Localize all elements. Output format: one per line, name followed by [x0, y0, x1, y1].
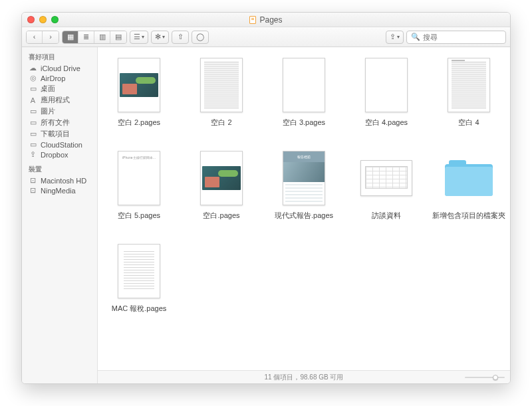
- file-thumbnail: [118, 58, 160, 112]
- chevron-down-icon: ▾: [397, 34, 400, 40]
- zoom-slider[interactable]: [465, 377, 505, 378]
- file-name: 空白 2: [211, 118, 231, 128]
- minimize-button[interactable]: [39, 16, 47, 23]
- file-name: 空白 3.pages: [283, 118, 325, 128]
- sidebar-item-label: 桌面: [41, 84, 55, 94]
- file-item[interactable]: 空白 4.pages: [345, 54, 428, 147]
- search-field[interactable]: 🔍: [406, 31, 506, 44]
- sidebar-item-桌面[interactable]: ▭桌面: [22, 83, 97, 94]
- arrange-menu[interactable]: ☰▾: [130, 31, 148, 44]
- zoom-button[interactable]: [51, 16, 59, 23]
- sidebar-item-ningmedia[interactable]: ⊡NingMedia: [22, 185, 97, 195]
- file-thumbnail: [365, 58, 408, 112]
- file-name: 現代式報告.pages: [275, 211, 333, 221]
- search-input[interactable]: [423, 33, 511, 41]
- dropbox-menu[interactable]: ⇪▾: [386, 31, 404, 44]
- finder-window: Pages ‹ › ▦ ≣ ▥ ▤ ☰▾ ✻▾ ⇧ ◯ ⇪▾: [21, 12, 511, 384]
- sidebar-item-icon: ◎: [29, 74, 37, 82]
- file-item[interactable]: 訪談資料: [345, 147, 428, 240]
- columns-icon: ▥: [99, 33, 106, 41]
- sidebar-item-icon: ⊡: [29, 186, 37, 195]
- file-thumbnail: [118, 244, 160, 298]
- file-item[interactable]: 空白 2.pages: [98, 54, 180, 147]
- folder-icon: [445, 160, 493, 196]
- sidebar-item-label: 所有文件: [41, 118, 70, 128]
- sidebar-item-icon: ▭: [29, 140, 37, 149]
- file-thumbnail: 報告標題: [283, 151, 325, 205]
- file-grid[interactable]: 空白 2.pages空白 2空白 3.pages空白 4.pages空白 4iP…: [98, 47, 510, 370]
- list-icon: ≣: [83, 33, 89, 41]
- sidebar-item-label: 下載項目: [41, 129, 70, 139]
- share-icon: ⇧: [178, 33, 184, 41]
- action-menu[interactable]: ✻▾: [151, 31, 169, 44]
- sidebar-item-label: 應用程式: [41, 95, 70, 105]
- sidebar-item-macintosh-hd[interactable]: ⊡Macintosh HD: [22, 175, 97, 185]
- file-thumbnail: iPhone主線行銷簡本…: [118, 151, 160, 205]
- sidebar-item-icon: ▭: [29, 130, 37, 138]
- coverflow-view-button[interactable]: ▤: [110, 31, 126, 43]
- sidebar: 喜好項目 ☁iCloud Drive◎AirDrop▭桌面A應用程式▭圖片▭所有…: [22, 47, 98, 383]
- chevron-right-icon: ›: [49, 33, 52, 41]
- icon-view-button[interactable]: ▦: [63, 31, 78, 43]
- sidebar-item-label: CloudStation: [41, 141, 82, 149]
- sidebar-item-icon: ▭: [29, 107, 37, 116]
- forward-button[interactable]: ›: [43, 31, 59, 43]
- window-title: Pages: [249, 15, 282, 25]
- file-thumbnail: [200, 58, 243, 112]
- file-name: 空白 4.pages: [365, 118, 408, 128]
- view-mode-selector: ▦ ≣ ▥ ▤: [62, 31, 127, 44]
- file-item[interactable]: 新增包含項目的檔案夾: [428, 147, 510, 240]
- gear-icon: ✻: [155, 33, 161, 41]
- file-item[interactable]: 空白 3.pages: [263, 54, 345, 147]
- sidebar-item-icon: ▭: [29, 118, 37, 127]
- sidebar-item-應用程式[interactable]: A應用程式: [22, 94, 97, 106]
- toolbar: ‹ › ▦ ≣ ▥ ▤ ☰▾ ✻▾ ⇧ ◯ ⇪▾ 🔍: [22, 27, 510, 47]
- pages-folder-icon: [249, 16, 256, 24]
- sidebar-item-所有文件[interactable]: ▭所有文件: [22, 117, 97, 128]
- list-view-button[interactable]: ≣: [78, 31, 94, 43]
- sidebar-item-icon: ▭: [29, 84, 37, 93]
- file-item[interactable]: 空白.pages: [180, 147, 263, 240]
- sidebar-item-label: iCloud Drive: [41, 64, 80, 72]
- file-name: 空白 5.pages: [118, 211, 160, 221]
- file-name: 空白 2.pages: [118, 118, 160, 128]
- file-item[interactable]: iPhone主線行銷簡本…空白 5.pages: [98, 147, 180, 240]
- sidebar-favorites-header: 喜好項目: [22, 51, 97, 63]
- file-item[interactable]: 空白 2: [180, 54, 263, 147]
- sidebar-item-圖片[interactable]: ▭圖片: [22, 106, 97, 117]
- file-name: 空白.pages: [203, 211, 239, 221]
- file-name: MAC 報稅.pages: [112, 304, 167, 314]
- sidebar-item-label: Dropbox: [41, 151, 68, 159]
- tags-button[interactable]: ◯: [192, 31, 209, 44]
- status-text: 11 個項目，98.68 GB 可用: [265, 373, 344, 382]
- file-item[interactable]: MAC 報稅.pages: [98, 240, 180, 333]
- sidebar-item-下載項目[interactable]: ▭下載項目: [22, 128, 97, 140]
- sidebar-item-icon: ☁: [29, 64, 37, 72]
- back-button[interactable]: ‹: [27, 31, 43, 43]
- close-button[interactable]: [27, 16, 35, 23]
- sidebar-item-icon: ⇪: [29, 150, 37, 159]
- sidebar-item-airdrop[interactable]: ◎AirDrop: [22, 73, 97, 83]
- zoom-knob[interactable]: [493, 375, 498, 380]
- file-item[interactable]: 空白 4: [428, 54, 510, 147]
- column-view-button[interactable]: ▥: [94, 31, 110, 43]
- file-thumbnail: [283, 58, 325, 112]
- sidebar-item-cloudstation[interactable]: ▭CloudStation: [22, 140, 97, 150]
- titlebar: Pages: [22, 13, 510, 27]
- file-name: 空白 4: [458, 118, 479, 128]
- sidebar-item-icon: A: [29, 96, 37, 104]
- share-button[interactable]: ⇧: [172, 31, 189, 44]
- file-name: 訪談資料: [372, 211, 401, 221]
- sidebar-item-icloud-drive[interactable]: ☁iCloud Drive: [22, 63, 97, 73]
- file-thumbnail: [200, 151, 243, 205]
- arrange-icon: ☰: [134, 33, 140, 41]
- sidebar-item-dropbox[interactable]: ⇪Dropbox: [22, 150, 97, 159]
- nav-back-forward: ‹ ›: [26, 31, 59, 44]
- grid-icon: ▦: [67, 33, 74, 41]
- sidebar-item-label: AirDrop: [41, 74, 65, 82]
- file-item[interactable]: 報告標題現代式報告.pages: [263, 147, 345, 240]
- sidebar-item-label: 圖片: [41, 106, 55, 116]
- chevron-down-icon: ▾: [142, 34, 144, 40]
- chevron-left-icon: ‹: [33, 33, 36, 41]
- file-name: 新增包含項目的檔案夾: [432, 211, 505, 221]
